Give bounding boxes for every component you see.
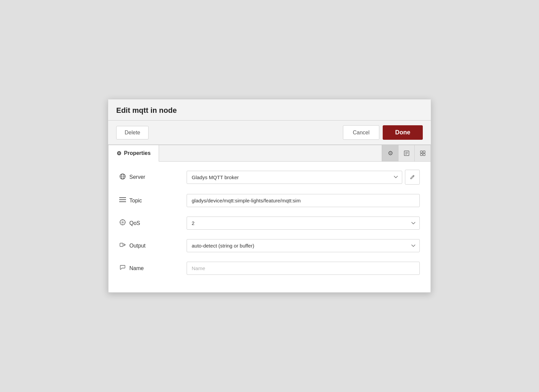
qos-control: 0 1 2 [187,217,420,230]
output-row: Output auto-detect (string or buffer) a … [119,239,420,252]
svg-rect-4 [420,151,422,153]
server-select[interactable]: Gladys MQTT broker [187,171,402,184]
topic-row: Topic [119,194,420,207]
name-icon [119,264,126,272]
server-icon [119,173,126,182]
dialog-body: ⚙ Properties ⚙ [108,145,431,293]
name-label-text: Name [129,265,144,271]
svg-line-25 [124,220,125,221]
output-label-text: Output [129,243,146,249]
topic-icon [119,197,126,204]
svg-line-26 [121,224,121,224]
qos-select[interactable]: 0 1 2 [187,217,420,230]
delete-button[interactable]: Delete [116,126,149,139]
name-row: Name [119,262,420,275]
svg-line-23 [121,220,121,221]
properties-tab-label: Properties [124,150,151,156]
svg-line-13 [413,176,414,177]
name-control [187,262,420,275]
description-tab-button[interactable] [398,145,414,161]
done-button[interactable]: Done [383,125,423,140]
form-body: Server Gladys MQTT broker [108,162,431,292]
cancel-button[interactable]: Cancel [343,125,379,140]
qos-label: QoS [119,219,187,227]
dialog-header: Edit mqtt in node [108,99,431,121]
toolbar-right-actions: Cancel Done [343,125,423,140]
qos-icon [119,219,126,227]
tab-icon-group: ⚙ [382,145,431,161]
svg-rect-27 [120,243,123,247]
name-label: Name [119,264,187,272]
svg-line-24 [124,224,125,224]
svg-rect-5 [423,151,425,153]
server-label-text: Server [129,174,145,180]
svg-point-18 [122,222,123,223]
server-row: Server Gladys MQTT broker [119,170,420,185]
output-select[interactable]: auto-detect (string or buffer) a string … [187,239,420,252]
topic-input[interactable] [187,194,420,207]
tab-bar: ⚙ Properties ⚙ [108,145,431,162]
name-input[interactable] [187,262,420,275]
server-label: Server [119,173,187,182]
properties-tab-icon: ⚙ [117,150,121,157]
gear-tab-button[interactable]: ⚙ [382,145,398,161]
output-control: auto-detect (string or buffer) a string … [187,239,420,252]
topic-label: Topic [119,197,187,204]
dialog-toolbar: Delete Cancel Done [108,121,431,145]
edit-mqtt-dialog: Edit mqtt in node Delete Cancel Done ⚙ P… [108,99,431,293]
svg-rect-7 [423,154,425,156]
output-icon [119,241,126,250]
server-edit-button[interactable] [405,170,420,185]
topic-control [187,194,420,207]
qos-row: QoS 0 1 2 [119,217,420,230]
qos-label-text: QoS [129,220,140,226]
topic-label-text: Topic [129,198,142,204]
svg-rect-6 [420,154,422,156]
output-label: Output [119,241,187,250]
server-control: Gladys MQTT broker [187,170,420,185]
tab-properties[interactable]: ⚙ Properties [108,145,159,162]
dialog-title: Edit mqtt in node [116,106,177,115]
layout-tab-button[interactable] [414,145,431,161]
